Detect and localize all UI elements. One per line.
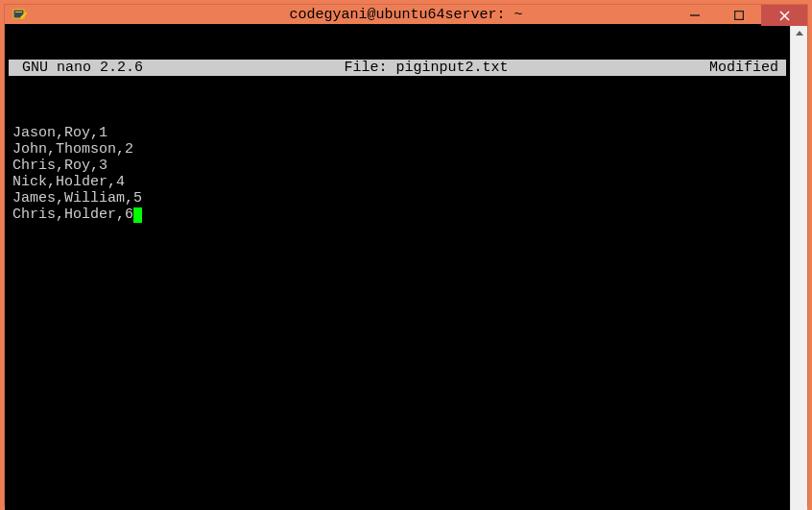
content-line: John,Thomson,2	[12, 141, 133, 158]
terminal-area: GNU nano 2.2.6 File: piginput2.txt Modif…	[5, 24, 807, 510]
svg-rect-3	[735, 12, 744, 20]
content-line: Nick,Holder,4	[12, 174, 125, 190]
scroll-track[interactable]	[791, 41, 807, 510]
nano-status: Modified	[709, 60, 782, 76]
terminal[interactable]: GNU nano 2.2.6 File: piginput2.txt Modif…	[5, 24, 790, 510]
app-window: codegyani@ubuntu64server: ~ GNU nano 2.2…	[4, 4, 808, 506]
nano-app-label: GNU nano 2.2.6	[12, 60, 143, 76]
putty-icon	[11, 5, 30, 24]
minimize-button[interactable]	[673, 5, 717, 26]
cursor	[133, 207, 142, 223]
close-button[interactable]	[761, 5, 807, 26]
svg-marker-6	[796, 31, 803, 36]
maximize-button[interactable]	[717, 5, 761, 26]
content-line: Chris,Holder,6	[12, 206, 133, 223]
svg-rect-1	[15, 12, 22, 12]
content-line: Jason,Roy,1	[12, 125, 107, 141]
window-controls	[673, 5, 807, 28]
nano-header: GNU nano 2.2.6 File: piginput2.txt Modif…	[9, 60, 786, 76]
content-line: James,William,5	[12, 190, 142, 206]
nano-file-label: File: piginput2.txt	[143, 60, 709, 76]
content-line: Chris,Roy,3	[12, 158, 107, 174]
editor-content[interactable]: Jason,Roy,1 John,Thomson,2 Chris,Roy,3 N…	[5, 125, 790, 223]
scrollbar[interactable]	[790, 24, 807, 510]
titlebar[interactable]: codegyani@ubuntu64server: ~	[5, 5, 807, 24]
